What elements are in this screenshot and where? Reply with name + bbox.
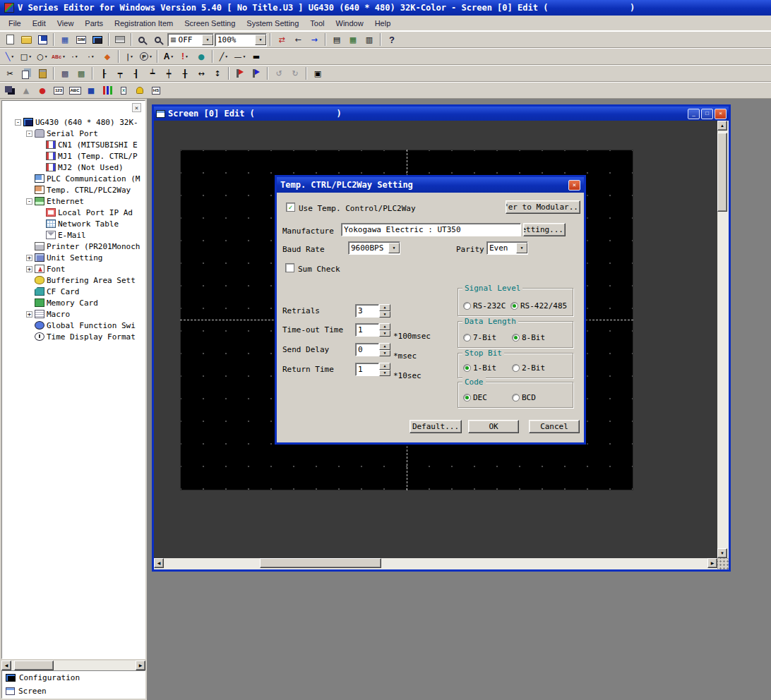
scrollbar-track[interactable] [164, 558, 707, 569]
buzzer-button[interactable] [132, 83, 148, 97]
menu-edit[interactable]: Edit [27, 17, 52, 30]
tree-expander-icon[interactable]: - [15, 119, 21, 126]
tab-screen[interactable]: Screen [2, 684, 145, 698]
menu-window[interactable]: Window [330, 17, 369, 30]
scrollbar-thumb[interactable] [14, 660, 54, 670]
scroll-right-button[interactable]: ▶ [707, 558, 717, 568]
tree-item-plc-communication[interactable]: PLC Communication (M [2, 173, 145, 184]
tree-expander-icon[interactable]: + [26, 255, 32, 261]
tree-item-unit-setting[interactable]: +Unit Setting [2, 252, 145, 263]
sampling-display-button[interactable]: HS [148, 83, 164, 97]
align-center-v-button[interactable]: ╂ [177, 66, 193, 80]
panel-close-button[interactable]: × [132, 103, 141, 112]
tree-item-time-display[interactable]: Time Display Format [2, 331, 145, 342]
radio-7bit[interactable]: 7-Bit [463, 333, 496, 342]
tree-item-cf-card[interactable]: CF Card [2, 286, 145, 297]
close-window-button[interactable]: × [715, 109, 727, 119]
tree-expander-icon[interactable]: - [26, 131, 32, 137]
tree-expander-icon[interactable]: + [26, 311, 32, 318]
sphere-button[interactable]: ● [193, 49, 209, 64]
scrollbar-thumb[interactable] [260, 558, 381, 568]
align-top-button[interactable]: ┯ [112, 66, 128, 80]
scroll-down-button[interactable]: ▼ [717, 548, 727, 558]
dot-tool-button[interactable]: ·▼ [67, 49, 83, 64]
radio-rs422-485[interactable]: RS-422/485 [510, 301, 567, 310]
refer-to-modular-button[interactable]: Refer to Modular.. [506, 200, 580, 214]
radio-bcd[interactable]: BCD [512, 393, 536, 402]
send-delay-spin-down[interactable]: ▼ [379, 350, 390, 357]
help-button[interactable]: ? [384, 32, 400, 47]
dialog-close-button[interactable]: × [568, 180, 580, 191]
menu-parts[interactable]: Parts [79, 17, 109, 30]
ungroup-button[interactable] [249, 66, 264, 80]
ok-button[interactable]: OK [468, 420, 519, 433]
entry-display-button[interactable]: ■ [83, 83, 99, 97]
grid-mode-combo[interactable]: ▦ OFF ▼ [167, 33, 214, 47]
zoom-tool-button[interactable] [151, 32, 167, 47]
line-tool-button[interactable]: ╲▼ [2, 49, 18, 64]
print-button[interactable] [112, 32, 128, 47]
canvas-vertical-scrollbar[interactable]: ▲ ▼ [717, 121, 729, 558]
copy-button[interactable] [18, 66, 34, 80]
tree-item-mj1[interactable]: MJ1 (Temp. CTRL/P [2, 150, 145, 162]
align-left-button[interactable]: ┠ [96, 66, 112, 80]
same-width-button[interactable]: ↔ [193, 66, 209, 80]
menu-help[interactable]: Help [369, 17, 397, 30]
tree-item-buffering-area[interactable]: Buffering Area Sett [2, 274, 145, 286]
tree-expander-icon[interactable]: - [26, 198, 32, 205]
scrollbar-thumb[interactable] [717, 133, 727, 212]
tree-item-global-function[interactable]: Global Function Swi [2, 320, 145, 331]
zoom-in-button[interactable] [135, 32, 150, 47]
tree-item-font[interactable]: +Font [2, 263, 145, 274]
radio-8bit[interactable]: 8-Bit [512, 333, 545, 342]
simulator-button[interactable]: SIM [73, 32, 89, 47]
save-button[interactable] [35, 32, 50, 47]
sum-check-checkbox[interactable] [285, 263, 294, 272]
tree-item-local-port-ip[interactable]: Local Port IP Ad [2, 207, 145, 218]
tree-item-memory-card[interactable]: Memory Card [2, 297, 145, 308]
graphic-library-button[interactable]: ▲ [18, 83, 34, 97]
tree-item-email[interactable]: E-Mail [2, 229, 145, 241]
parity-dropdown-button[interactable]: ▼ [516, 243, 527, 253]
overlap-tool-button[interactable]: !▼ [177, 49, 193, 64]
ellipse-tool-button[interactable]: ○▼ [35, 49, 50, 64]
screen-list-button[interactable]: ▦ [57, 32, 73, 47]
scroll-right-button[interactable]: ▶ [136, 660, 145, 670]
overlap-display-button[interactable] [2, 83, 18, 97]
resize-grip[interactable] [717, 558, 729, 569]
transform-tool-button[interactable]: ◆ [100, 49, 115, 64]
fill-rect-button[interactable]: ▬ [249, 49, 264, 64]
retrials-input[interactable] [355, 304, 379, 318]
screen-environment-button[interactable] [90, 32, 105, 47]
baud-rate-dropdown-button[interactable]: ▼ [388, 243, 400, 253]
tree-item-network-table[interactable]: Network Table [2, 218, 145, 229]
return-time-spin-down[interactable]: ▼ [379, 370, 390, 377]
tree-item-serial-port[interactable]: -Serial Port [2, 128, 145, 139]
edit-area-button[interactable]: ▣ [310, 66, 325, 80]
grid-view-button[interactable]: ▦ [345, 32, 361, 47]
manufacture-input[interactable] [341, 223, 521, 236]
zoom-level-dropdown-button[interactable]: ▼ [255, 35, 266, 45]
menu-registration-item[interactable]: Registration Item [109, 17, 179, 30]
slash-tool-button[interactable]: ╱▼ [216, 49, 232, 64]
timeout-spin-up[interactable]: ▲ [379, 323, 390, 330]
menu-file[interactable]: File [3, 17, 27, 30]
scroll-left-button[interactable]: ◀ [154, 558, 164, 568]
swap-screens-button[interactable]: ⇄ [274, 32, 289, 47]
timeout-spin-down[interactable]: ▼ [379, 330, 390, 337]
previous-screen-button[interactable]: ← [290, 32, 306, 47]
scrollbar-track[interactable] [717, 131, 729, 548]
return-time-spin-up[interactable]: ▲ [379, 363, 390, 370]
default-button[interactable]: Default... [410, 420, 462, 433]
pipe-tool-button[interactable]: |▼ [122, 49, 138, 64]
text-tool-button[interactable]: ABc▼ [51, 49, 66, 64]
tree-item-temp-ctrl[interactable]: Temp. CTRL/PLC2Way [2, 184, 145, 195]
paste-button[interactable] [35, 66, 50, 80]
tree-expander-icon[interactable]: + [26, 266, 32, 272]
setting-button[interactable]: Setting... [523, 223, 566, 236]
alarm-display-button[interactable]: ● [35, 83, 50, 97]
timeout-input[interactable] [355, 323, 379, 337]
new-file-button[interactable] [2, 32, 18, 47]
maximize-button[interactable]: □ [701, 109, 713, 119]
retrials-spin-up[interactable]: ▲ [379, 304, 390, 311]
